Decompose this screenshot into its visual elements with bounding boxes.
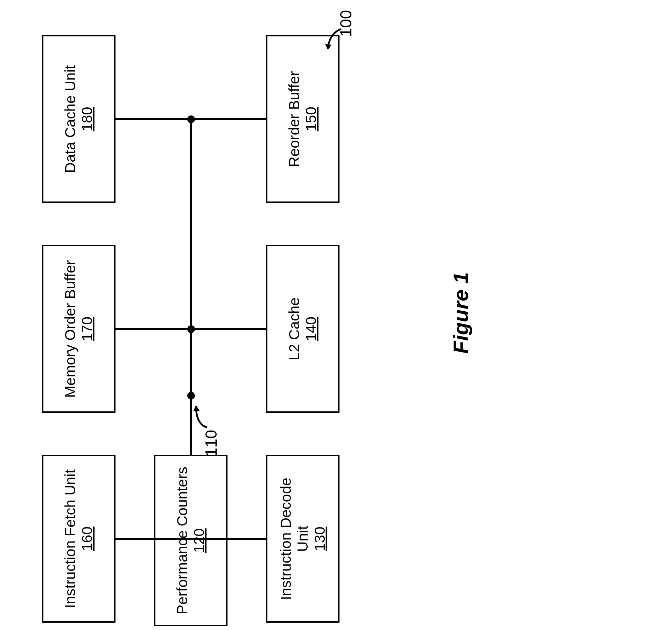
reorder-buffer-title: Reorder Buffer [286,71,303,167]
connector-idu [191,538,266,540]
performance-counters-ref: 120 [191,467,208,615]
overall-arrow-icon [324,27,345,52]
bus-arrow-icon [193,402,214,430]
l2-cache-ref: 140 [303,297,320,360]
figure-label: Figure 1 [449,272,473,354]
performance-counters-title: Performance Counters [174,467,191,615]
svg-marker-1 [193,405,200,411]
bus-line [190,118,192,455]
instruction-decode-unit-ref: 130 [311,477,328,600]
instruction-fetch-unit-ref: 160 [79,469,96,608]
junction-bot [187,392,195,399]
bus-label: 110 [202,430,220,457]
data-cache-unit-block: Data Cache Unit 180 [42,35,115,203]
junction-mid [187,325,195,333]
performance-counters-block: Performance Counters 120 [154,455,227,626]
l2-cache-title: L2 Cache [286,297,303,360]
reorder-buffer-ref: 150 [303,71,320,167]
svg-marker-0 [325,44,331,50]
junction-top [187,115,195,123]
connector-ifu [115,538,191,540]
instruction-fetch-unit-block: Instruction Fetch Unit 160 [42,455,115,623]
data-cache-unit-title: Data Cache Unit [62,65,79,173]
instruction-decode-unit-title: Instruction Decode [278,477,294,600]
memory-order-buffer-title: Memory Order Buffer [62,260,79,398]
l2-cache-block: L2 Cache 140 [266,245,340,413]
data-cache-unit-ref: 180 [79,65,96,173]
memory-order-buffer-block: Memory Order Buffer 170 [42,245,115,413]
connector-rob [191,118,266,120]
connector-dcu [115,118,191,120]
memory-order-buffer-ref: 170 [79,260,96,398]
instruction-decode-unit-subtitle: Unit [294,477,311,600]
instruction-decode-unit-block: Instruction Decode Unit 130 [266,455,340,623]
connector-l2 [191,328,266,330]
reorder-buffer-block: Reorder Buffer 150 [266,35,340,203]
connector-mob [115,328,191,330]
instruction-fetch-unit-title: Instruction Fetch Unit [62,469,79,608]
